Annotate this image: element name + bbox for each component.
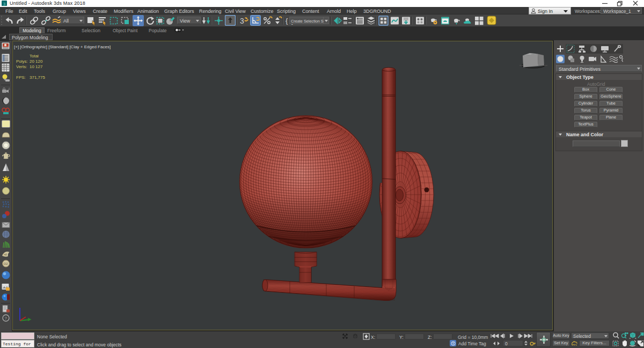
svg-text:3: 3: [3, 2, 6, 6]
svg-text:HF: HF: [4, 253, 8, 256]
svg-text:{: {: [286, 17, 288, 25]
svg-text:3: 3: [240, 17, 244, 25]
svg-text:O2: O2: [4, 262, 9, 265]
svg-text:?: ?: [5, 316, 8, 321]
